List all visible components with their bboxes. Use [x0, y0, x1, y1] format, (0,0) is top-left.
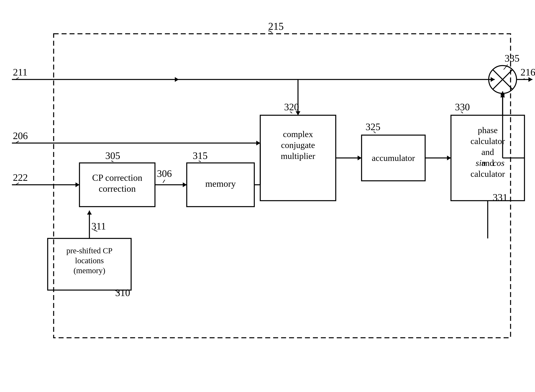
ccm-text2: conjugate: [281, 140, 315, 150]
ref206-label: 206: [13, 130, 28, 141]
ref222-label: 222: [13, 172, 28, 183]
arrow-head-311: [87, 211, 92, 215]
ref305-label: 305: [105, 150, 120, 161]
accumulator-text: accumulator: [372, 153, 415, 163]
ref211-label: 211: [13, 66, 28, 78]
ccm-text1: complex: [283, 129, 313, 139]
phase-text3: and: [481, 147, 494, 157]
pre-shifted-text1: pre-shifted CP: [66, 246, 112, 255]
arrow-head-ccm-acc: [358, 156, 362, 160]
ref216-label: 216: [521, 66, 535, 78]
ref215-label: 215: [268, 21, 284, 32]
ref330-label: 330: [455, 101, 470, 112]
phase-text4-and: and: [481, 158, 494, 168]
diagram-container: 215 211 206 222 CP correction correction…: [0, 0, 535, 392]
phase-text2: calculator: [470, 136, 505, 146]
arrow-head-222: [75, 182, 79, 187]
phase-text4-cos: cos: [493, 158, 505, 168]
ref310-label: 310: [115, 287, 130, 298]
arrow-head-206: [256, 141, 260, 145]
cp-correction-text1: CP correction: [92, 173, 142, 183]
ref325-label: 325: [366, 121, 381, 132]
arrow-head-211-to-ccm: [296, 111, 300, 115]
ref311-label: 311: [91, 220, 106, 232]
arrow-head-211-mid: [175, 77, 179, 82]
pre-shifted-text3: (memory): [74, 266, 105, 275]
ref306-label: 306: [157, 168, 172, 179]
phase-text5: calculator: [470, 169, 505, 179]
arrow-head-211-right: [491, 77, 495, 82]
phase-text1: phase: [478, 125, 498, 135]
ref331-label: 331: [493, 192, 507, 203]
arrow-head-acc-pc: [447, 156, 451, 160]
arrow-head-cp-mem: [183, 182, 187, 187]
arrow-head-output: [528, 77, 532, 82]
ref306-curve: [163, 180, 165, 183]
ref320-label: 320: [284, 101, 299, 112]
ccm-text3: multiplier: [281, 151, 315, 161]
ref315-label: 315: [193, 150, 208, 161]
ref335-label: 335: [505, 53, 520, 64]
memory-text: memory: [205, 179, 236, 189]
cp-correction-text2: correction: [99, 184, 136, 194]
pre-shifted-text2: locations: [75, 256, 104, 265]
